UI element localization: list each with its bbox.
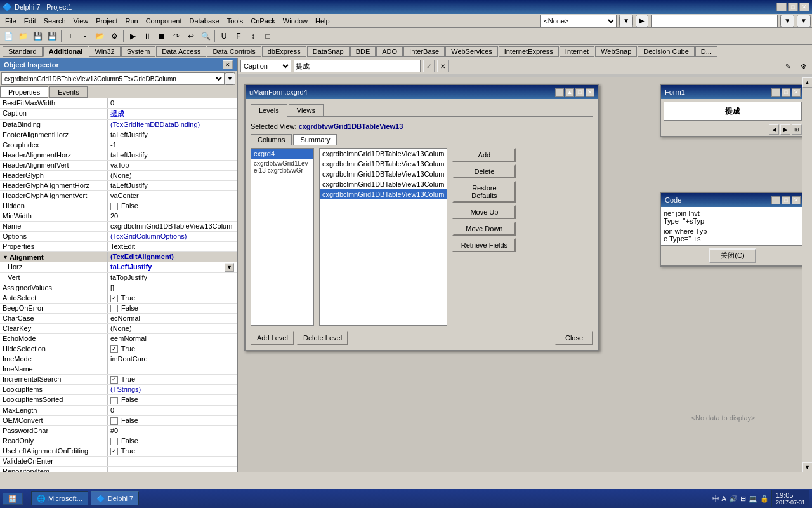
open-btn[interactable]: 📁 xyxy=(16,29,30,43)
col-item-1[interactable]: cxgrdbclmnGrid1DBTableView13Colum xyxy=(320,149,447,159)
taskbar-ie[interactable]: 🌐 Microsoft... xyxy=(31,491,88,505)
tab-win32[interactable]: Win32 xyxy=(89,46,120,57)
project-opts-btn[interactable]: ⚙ xyxy=(107,29,121,43)
oi-selector-btn[interactable]: ▼ xyxy=(225,72,235,85)
add-file-btn[interactable]: + xyxy=(63,29,77,43)
dialog-tab-levels[interactable]: Levels xyxy=(251,104,287,117)
dialog-inner-tab-summary[interactable]: Summary xyxy=(293,134,337,145)
caption-confirm-btn[interactable]: ✓ xyxy=(423,60,435,72)
menu-cnpack[interactable]: CnPack xyxy=(247,16,279,26)
col-item-4[interactable]: cxgrdbclmnGrid1DBTableView13Colum xyxy=(320,179,447,189)
dialog-minimize-btn[interactable]: _ xyxy=(555,88,564,97)
save-btn[interactable]: 💾 xyxy=(30,29,44,43)
readonly-checkbox[interactable] xyxy=(110,438,118,445)
combo-btn1[interactable]: ▼ xyxy=(619,15,633,27)
dialog-inner-tab-columns[interactable]: Columns xyxy=(251,134,292,145)
incrementalsearch-checkbox[interactable] xyxy=(110,376,118,384)
lookupitemssorted-checkbox[interactable] xyxy=(110,397,118,404)
menu-window[interactable]: Window xyxy=(279,16,311,26)
restore-defaults-btn[interactable]: Restore Defaults xyxy=(452,181,516,203)
col-item-2[interactable]: cxgrdbclmnGrid1DBTableView13Colum xyxy=(320,159,447,169)
scroll-down-btn[interactable]: ▼ xyxy=(802,462,813,472)
maximize-button[interactable]: □ xyxy=(788,3,798,11)
useleftalignment-checkbox[interactable] xyxy=(110,448,118,455)
close-code-btn[interactable]: 关闭(C) xyxy=(709,248,756,263)
move-down-btn[interactable]: Move Down xyxy=(452,222,516,236)
tab-additional[interactable]: Additional xyxy=(43,46,89,57)
oi-table[interactable]: BestFitMaxWidth 0 Caption 提成 DataBinding… xyxy=(0,98,237,472)
pause-btn[interactable]: ⏸ xyxy=(140,29,154,43)
beeponerror-checkbox[interactable] xyxy=(110,305,118,312)
tab-ado[interactable]: ADO xyxy=(376,46,403,57)
dialog-close-btn[interactable]: ✕ xyxy=(586,88,594,97)
right-editor-close[interactable]: ✕ xyxy=(792,88,801,97)
menu-project[interactable]: Project xyxy=(92,16,121,26)
taskbar-delphi[interactable]: 🔷 Delphi 7 xyxy=(91,491,139,505)
tab-standard[interactable]: Standard xyxy=(3,46,43,57)
level-item-view[interactable]: cxgrdbtvwGrid1Level13 cxgrdbtvwGr xyxy=(251,159,313,175)
right-editor-minimize[interactable]: _ xyxy=(771,88,780,97)
caption-cancel-btn[interactable]: ✕ xyxy=(437,60,449,72)
menu-file[interactable]: File xyxy=(1,16,20,26)
dialog-tab-views[interactable]: Views xyxy=(289,104,324,116)
hideselection-checkbox[interactable] xyxy=(110,345,118,353)
oi-close-btn[interactable]: ✕ xyxy=(223,60,233,69)
start-button[interactable]: 🪟 xyxy=(3,493,23,505)
trace-btn[interactable]: 🔍 xyxy=(199,29,213,43)
retrieve-fields-btn[interactable]: Retrieve Fields xyxy=(452,238,516,252)
tab-websnap[interactable]: WebSnap xyxy=(595,46,637,57)
combo-btn4[interactable]: ▼ xyxy=(797,15,811,27)
column-list[interactable]: cxgrdbclmnGrid1DBTableView13Colum cxgrdb… xyxy=(319,148,447,326)
menu-help[interactable]: Help xyxy=(311,16,334,26)
menu-view[interactable]: View xyxy=(70,16,93,26)
nav-right-btn[interactable]: ▶ xyxy=(780,124,790,135)
scrollbar-right[interactable]: ▲ ▼ xyxy=(802,77,812,472)
tab-more[interactable]: D... xyxy=(695,46,717,57)
close-button[interactable]: ✕ xyxy=(799,3,809,11)
step-over-btn[interactable]: ↷ xyxy=(169,29,183,43)
dialog-restore-btn[interactable]: ▲ xyxy=(565,88,574,97)
delete-column-btn[interactable]: Delete xyxy=(452,164,516,178)
code-minimize[interactable]: _ xyxy=(771,196,780,204)
tab-internetexpress[interactable]: InternetExpress xyxy=(499,46,559,57)
dialog-maximize-btn[interactable]: □ xyxy=(575,88,584,97)
code-close[interactable]: ✕ xyxy=(792,196,801,204)
save-all-btn[interactable]: 💾 xyxy=(45,29,59,43)
toggle-view-btn[interactable]: ↕ xyxy=(246,29,260,43)
move-up-btn[interactable]: Move Up xyxy=(452,205,516,219)
horz-dropdown[interactable]: ▼ xyxy=(225,263,234,272)
remove-file-btn[interactable]: - xyxy=(78,29,92,43)
level-list[interactable]: cxgrd4 cxgrdbtvwGrid1Level13 cxgrdbtvwGr xyxy=(251,148,314,326)
tab-system[interactable]: System xyxy=(121,46,156,57)
combo-input[interactable] xyxy=(651,15,778,27)
right-editor-maximize[interactable]: □ xyxy=(782,88,790,97)
view-forms-btn[interactable]: F xyxy=(232,29,246,43)
combo-btn2[interactable]: ▶ xyxy=(636,15,648,27)
menu-run[interactable]: Run xyxy=(121,16,141,26)
tab-interbase[interactable]: InterBase xyxy=(403,46,445,57)
oi-tab-events[interactable]: Events xyxy=(49,86,88,98)
nav-left-btn[interactable]: ◀ xyxy=(769,124,779,135)
tab-decision-cube[interactable]: Decision Cube xyxy=(638,46,695,57)
menu-database[interactable]: Database xyxy=(186,16,223,26)
view-units-btn[interactable]: U xyxy=(217,29,231,43)
new-btn[interactable]: 📄 xyxy=(1,29,15,43)
code-maximize[interactable]: □ xyxy=(782,196,790,204)
menu-component[interactable]: Component xyxy=(142,16,186,26)
caption-edit-btn[interactable]: ✎ xyxy=(782,60,794,72)
level-item-cxgrd4[interactable]: cxgrd4 xyxy=(251,149,313,159)
col-item-3[interactable]: cxgrdbclmnGrid1DBTableView13Colum xyxy=(320,169,447,179)
tab-datasnap[interactable]: DataSnap xyxy=(307,46,350,57)
add-column-btn[interactable]: Add xyxy=(452,148,516,162)
tab-dbexpress[interactable]: dbExpress xyxy=(262,46,306,57)
caption-input[interactable] xyxy=(294,60,421,72)
hidden-checkbox[interactable] xyxy=(110,203,118,210)
menu-search[interactable]: Search xyxy=(40,16,70,26)
combo-dropdown[interactable]: <None> xyxy=(540,15,617,27)
tab-internet[interactable]: Internet xyxy=(560,46,594,57)
combo-btn3[interactable]: ▼ xyxy=(780,15,794,27)
tab-data-controls[interactable]: Data Controls xyxy=(207,46,261,57)
open-project-btn[interactable]: 📂 xyxy=(93,29,107,43)
oemconvert-checkbox[interactable] xyxy=(110,417,118,425)
tab-bde[interactable]: BDE xyxy=(350,46,376,57)
